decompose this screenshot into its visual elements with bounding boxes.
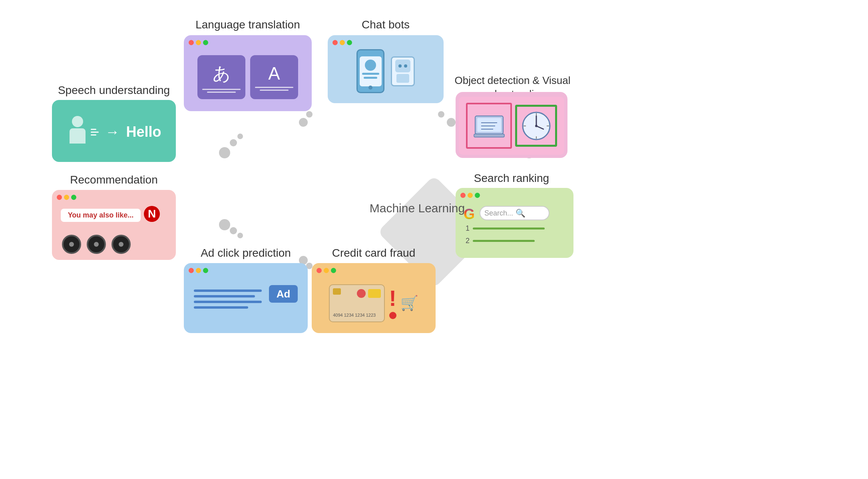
credit-card: 4094 1234 1234 1223 xyxy=(329,284,385,322)
connector-dot xyxy=(237,134,243,139)
result-row-1: 1 xyxy=(466,224,545,233)
speech-card: → Hello xyxy=(52,100,176,162)
disc-list xyxy=(62,235,131,254)
connector-dot xyxy=(219,147,230,158)
language-translation-label: Language translation xyxy=(184,18,312,32)
connector-dot xyxy=(237,233,243,238)
fraud-alert-icons: ! xyxy=(389,287,396,319)
lang-box-japanese: あ xyxy=(197,55,245,99)
fraud-content: 4094 1234 1234 1223 ! 🛒 xyxy=(316,277,432,329)
speech-person xyxy=(66,116,88,148)
object-content xyxy=(459,97,564,155)
chat-content xyxy=(332,41,440,101)
connector-dot xyxy=(230,139,237,146)
language-translation-card: あ A xyxy=(184,35,312,111)
search-content: G Search... 🔍 1 2 xyxy=(460,202,569,254)
robot-head xyxy=(395,60,410,72)
person-avatar xyxy=(365,60,376,71)
laptop-icon xyxy=(473,110,505,142)
search-placeholder: Search... xyxy=(484,209,513,218)
person-head xyxy=(72,116,83,127)
card-chip xyxy=(333,288,341,295)
clock-detection-box xyxy=(515,105,557,147)
window-controls xyxy=(189,40,208,45)
exclamation-icon: ! xyxy=(389,287,396,309)
ad-text-lines xyxy=(190,279,266,319)
card-number: 4094 1234 1234 1223 xyxy=(333,313,376,317)
robot-body xyxy=(396,74,409,83)
window-controls xyxy=(57,195,76,200)
fraud-card: 4094 1234 1234 1223 ! 🛒 xyxy=(312,263,436,333)
connector-dot xyxy=(299,118,308,127)
ml-label: Machine Learning xyxy=(368,200,466,217)
speech-label: Speech understanding xyxy=(52,83,176,98)
ad-content: Ad xyxy=(188,277,304,329)
you-may-also-like: You may also like... xyxy=(61,209,141,222)
person-body xyxy=(70,128,86,144)
connector-dot xyxy=(219,219,230,230)
recommendation-card: N You may also like... xyxy=(52,190,176,260)
laptop-detection-box xyxy=(466,103,512,149)
diagram-container: Machine Learning Language translation あ … xyxy=(0,0,868,479)
window-controls xyxy=(460,193,480,198)
ad-click-card: Ad xyxy=(184,263,308,333)
ad-badge: Ad xyxy=(269,285,298,303)
speech-output: Hello xyxy=(126,124,161,140)
card-brand-dots xyxy=(357,289,381,298)
phone-icon xyxy=(356,49,384,93)
search-magnifier-icon: 🔍 xyxy=(516,208,526,218)
lang-box-english: A xyxy=(250,55,298,99)
disc-2 xyxy=(87,235,106,254)
english-char: A xyxy=(268,64,280,84)
recommendation-content: N You may also like... xyxy=(56,204,172,256)
search-ranking-label: Search ranking xyxy=(452,171,571,186)
connector-dot xyxy=(230,227,237,234)
maximize-dot xyxy=(203,40,208,45)
search-results: 1 2 xyxy=(466,224,545,245)
result-1-num: 1 xyxy=(466,224,470,233)
result-row-2: 2 xyxy=(466,237,545,245)
ad-click-label: Ad click prediction xyxy=(184,246,308,260)
svg-rect-2 xyxy=(474,134,504,137)
phone-screen xyxy=(360,56,382,86)
search-ranking-card: G Search... 🔍 1 2 xyxy=(456,188,573,258)
svg-rect-1 xyxy=(477,118,501,132)
chat-bots-label: Chat bots xyxy=(328,18,444,32)
connector-dot xyxy=(306,111,313,118)
shopping-cart-icon: 🛒 xyxy=(400,295,418,311)
arrow-icon: → xyxy=(105,124,119,140)
minimize-dot xyxy=(196,40,201,45)
disc-3 xyxy=(111,235,131,254)
close-dot xyxy=(189,40,194,45)
window-controls xyxy=(189,268,208,273)
sound-waves xyxy=(91,129,99,136)
speech-person-group xyxy=(66,116,99,148)
disc-1 xyxy=(62,235,81,254)
lang-content: あ A xyxy=(188,49,308,105)
window-controls xyxy=(317,268,336,273)
connector-dot xyxy=(447,118,456,127)
search-input-display: Search... 🔍 xyxy=(480,206,549,220)
fraud-dot xyxy=(389,312,396,319)
netflix-logo: N xyxy=(144,206,160,222)
speech-content: → Hello xyxy=(56,106,172,158)
result-2-num: 2 xyxy=(466,237,470,245)
clock-icon xyxy=(520,110,552,142)
chat-bots-card xyxy=(328,35,444,103)
robot-icon xyxy=(391,56,415,86)
connector-dot xyxy=(438,111,444,118)
object-detection-card xyxy=(456,92,567,158)
japanese-char: あ xyxy=(213,62,231,86)
